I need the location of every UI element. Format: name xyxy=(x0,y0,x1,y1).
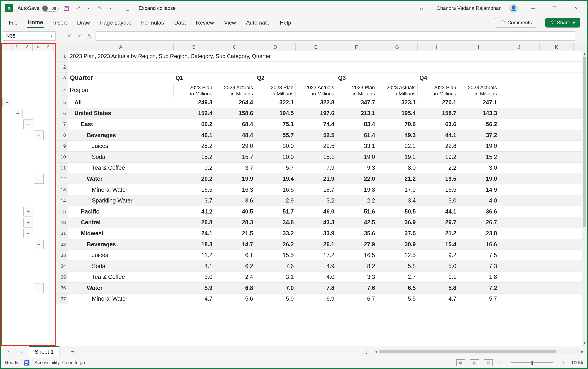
cell-value[interactable]: 7.0 xyxy=(255,282,296,293)
scroll-up-icon[interactable]: ▲ xyxy=(582,51,587,56)
cell-value[interactable]: 68.4 xyxy=(214,119,255,130)
q1-label[interactable]: Q1 xyxy=(174,72,255,83)
qat-customize-icon[interactable]: ⎯ xyxy=(124,5,131,12)
tab-home[interactable]: Home xyxy=(27,17,44,28)
subheader[interactable]: 2023 Planin Millions xyxy=(174,83,214,97)
cell-value[interactable]: 7.3 xyxy=(458,261,499,271)
cell-value[interactable]: 9.3 xyxy=(336,163,377,173)
cell-value[interactable]: 2.9 xyxy=(255,195,296,206)
cell-value[interactable]: 33.1 xyxy=(336,140,377,151)
col-header-K[interactable]: K xyxy=(540,43,574,51)
cell-value[interactable]: 7.5 xyxy=(458,250,499,260)
cell-value[interactable]: 6.2 xyxy=(214,261,255,271)
cell-value[interactable]: 152.4 xyxy=(174,108,214,119)
row-header[interactable]: 5 xyxy=(56,97,68,108)
add-sheet-button[interactable]: + xyxy=(68,347,77,356)
cell-value[interactable]: 347.7 xyxy=(336,97,377,108)
cell-value[interactable]: 35.6 xyxy=(336,228,377,239)
close-button[interactable]: ✕ xyxy=(570,4,583,13)
cell-value[interactable]: 3.4 xyxy=(377,195,418,206)
tab-page-layout[interactable]: Page Layout xyxy=(99,18,132,28)
cell-value[interactable]: 5.7 xyxy=(458,294,499,304)
cell-value[interactable]: 22.8 xyxy=(418,140,458,151)
cell-value[interactable]: 6.5 xyxy=(377,282,418,293)
cell-value[interactable]: 22.2 xyxy=(377,140,418,151)
cell-value[interactable]: 21.2 xyxy=(377,173,418,184)
outline-collapse-button[interactable]: − xyxy=(2,98,12,107)
cell-value[interactable]: 16.5 xyxy=(255,184,296,195)
save-icon[interactable] xyxy=(63,5,70,12)
cell-value[interactable]: 4.9 xyxy=(296,261,336,271)
sheet-options-icon[interactable]: ⋮ xyxy=(364,349,369,354)
col-header-H[interactable]: H xyxy=(418,43,458,51)
cell-value[interactable]: 7.2 xyxy=(458,282,499,293)
zoom-slider[interactable] xyxy=(511,362,553,363)
cell-value[interactable]: 27.9 xyxy=(336,239,377,250)
cell-value[interactable]: 3.0 xyxy=(174,272,214,282)
row-header[interactable]: 36 xyxy=(56,282,68,293)
cell-value[interactable]: 52.5 xyxy=(296,130,336,140)
cell-value[interactable]: 51.7 xyxy=(255,206,296,217)
cell-value[interactable]: 16.5 xyxy=(418,184,458,195)
zoom-thumb[interactable] xyxy=(532,361,533,365)
cell-value[interactable]: 70.6 xyxy=(377,119,418,130)
row-header[interactable]: 33 xyxy=(56,250,68,260)
outline-collapse-button[interactable]: − xyxy=(23,229,33,238)
cell-value[interactable]: 40.1 xyxy=(174,130,214,140)
cell-value[interactable]: 3.3 xyxy=(336,272,377,282)
select-all-corner[interactable] xyxy=(56,43,68,51)
cell-value[interactable]: 4.0 xyxy=(296,272,336,282)
outline-collapse-button[interactable]: − xyxy=(13,109,22,118)
cell-value[interactable]: 7.9 xyxy=(296,163,336,173)
row-header[interactable]: 9 xyxy=(56,140,68,151)
tab-help[interactable]: Help xyxy=(279,18,292,28)
col-header-J[interactable]: J xyxy=(499,43,540,51)
cell-value[interactable]: 50.5 xyxy=(377,206,418,217)
title-dropdown-icon[interactable]: ⌄ xyxy=(183,6,186,10)
row-label[interactable]: Soda xyxy=(68,152,174,162)
cell-value[interactable]: 322.8 xyxy=(296,97,336,108)
cell-value[interactable]: 143.3 xyxy=(458,108,499,119)
minimize-button[interactable]: — xyxy=(526,4,540,13)
cell-value[interactable]: 49.3 xyxy=(377,130,418,140)
subheader[interactable]: 2023 Actualsin Millions xyxy=(377,83,418,97)
cell-value[interactable]: 37.5 xyxy=(377,228,418,239)
col-header-E[interactable]: E xyxy=(296,43,336,51)
outline-level-5[interactable]: 5 xyxy=(43,43,54,51)
scroll-right-icon[interactable]: ▶ xyxy=(580,350,585,353)
scroll-down-icon[interactable]: ▼ xyxy=(582,340,587,346)
row-header[interactable]: 31 xyxy=(56,228,68,239)
zoom-out-button[interactable]: − xyxy=(498,360,504,366)
cell-value[interactable]: 2.2 xyxy=(336,195,377,206)
row-label[interactable]: Tea & Coffee xyxy=(68,163,174,173)
cell-value[interactable]: 213.1 xyxy=(336,108,377,119)
outline-level-1[interactable]: 1 xyxy=(1,43,11,51)
cell-value[interactable]: 18.7 xyxy=(296,184,336,195)
row-label[interactable]: Beverages xyxy=(68,239,174,250)
cell-value[interactable]: 19.0 xyxy=(458,140,499,151)
cell-value[interactable]: 270.1 xyxy=(418,97,458,108)
cell-value[interactable]: 3.2 xyxy=(296,195,336,206)
tab-view[interactable]: View xyxy=(223,18,237,28)
cell-value[interactable]: 25.2 xyxy=(174,140,214,151)
cell-value[interactable]: 1.8 xyxy=(458,272,499,282)
cell-value[interactable]: 33.9 xyxy=(296,228,336,239)
cell-value[interactable]: 3.7 xyxy=(214,163,255,173)
outline-expand-button[interactable]: + xyxy=(23,218,33,228)
row-header[interactable]: 11 xyxy=(56,163,68,173)
cell-value[interactable]: 75.1 xyxy=(255,119,296,130)
col-header-I[interactable]: I xyxy=(458,43,499,51)
cell-value[interactable]: 19.2 xyxy=(377,152,418,162)
cell-value[interactable]: 19.4 xyxy=(255,173,296,184)
q2-label[interactable]: Q2 xyxy=(255,72,336,83)
cell-value[interactable]: 9.2 xyxy=(418,250,458,260)
cell-value[interactable]: 61.4 xyxy=(336,130,377,140)
cell-value[interactable]: 20.0 xyxy=(255,152,296,162)
tab-review[interactable]: Review xyxy=(195,18,215,28)
cell-value[interactable]: 7.6 xyxy=(336,282,377,293)
user-name[interactable]: Chandra Vadana Rajamohan xyxy=(437,5,502,11)
tab-formulas[interactable]: Formulas xyxy=(140,18,165,28)
cell-value[interactable]: 249.3 xyxy=(174,97,214,108)
cell-value[interactable]: 29.5 xyxy=(296,140,336,151)
region-label[interactable]: Region xyxy=(68,83,174,97)
